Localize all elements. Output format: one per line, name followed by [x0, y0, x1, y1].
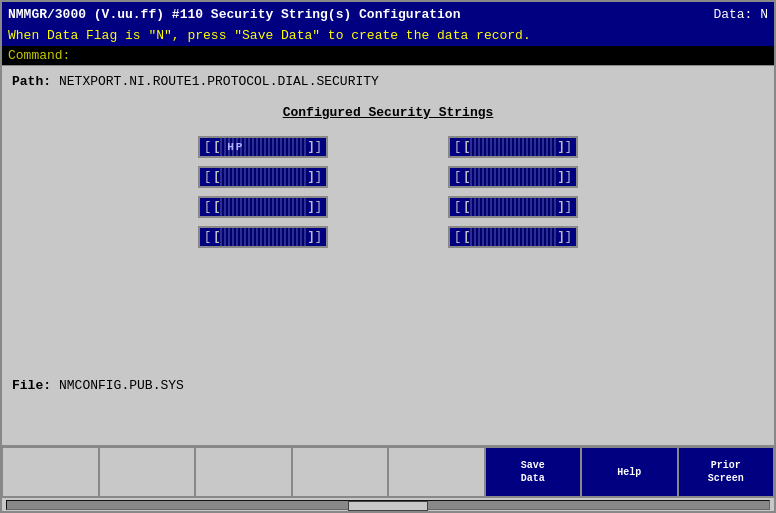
- scrollbar-area: [2, 497, 774, 511]
- info-bar: When Data Flag is "N", press "Save Data"…: [2, 26, 774, 46]
- string-field-r3[interactable]: [ ]: [448, 196, 578, 218]
- fkey-3-label: [240, 466, 246, 479]
- title-bar: NMMGR/3000 (V.uu.ff) #110 Security Strin…: [2, 2, 774, 26]
- string-field-l2[interactable]: [ ]: [198, 166, 328, 188]
- section-title: Configured Security Strings: [2, 105, 774, 120]
- scrollbar-track[interactable]: [6, 500, 770, 510]
- fkey-4[interactable]: [292, 447, 389, 497]
- fkey-save-data-label: SaveData: [521, 459, 545, 485]
- strings-row-1: [ HP ] [ ]: [198, 136, 578, 158]
- title-left: NMMGR/3000 (V.uu.ff) #110 Security Strin…: [8, 7, 460, 22]
- scrollbar-thumb[interactable]: [348, 501, 428, 511]
- file-section: File: NMCONFIG.PUB.SYS: [12, 378, 184, 393]
- data-flag: Data: N: [713, 7, 768, 22]
- string-field-r2[interactable]: [ ]: [448, 166, 578, 188]
- strings-row-3: [ ] [ ]: [198, 196, 578, 218]
- fkey-help[interactable]: Help: [581, 447, 678, 497]
- file-label: File:: [12, 378, 51, 393]
- string-field-r4[interactable]: [ ]: [448, 226, 578, 248]
- string-field-r1[interactable]: [ ]: [448, 136, 578, 158]
- info-message: When Data Flag is "N", press "Save Data"…: [8, 28, 531, 43]
- string-field-l4[interactable]: [ ]: [198, 226, 328, 248]
- fkey-1[interactable]: [2, 447, 99, 497]
- string-field-l1[interactable]: [ HP ]: [198, 136, 328, 158]
- strings-row-2: [ ] [ ]: [198, 166, 578, 188]
- fkey-1-label: [47, 466, 53, 479]
- fkey-4-label: [337, 466, 343, 479]
- fkey-2[interactable]: [99, 447, 196, 497]
- file-value: NMCONFIG.PUB.SYS: [59, 378, 184, 393]
- fkey-prior-screen-label: PriorScreen: [708, 459, 744, 485]
- fkey-save-data[interactable]: SaveData: [485, 447, 582, 497]
- app-container: NMMGR/3000 (V.uu.ff) #110 Security Strin…: [0, 0, 776, 513]
- fkey-5-label: [433, 466, 439, 479]
- path-value: NETXPORT.NI.ROUTE1.PROTOCOL.DIAL.SECURIT…: [59, 74, 379, 89]
- strings-row-4: [ ] [ ]: [198, 226, 578, 248]
- fkey-3[interactable]: [195, 447, 292, 497]
- fkey-help-label: Help: [617, 466, 641, 479]
- path-label: Path:: [12, 74, 51, 89]
- fkey-5[interactable]: [388, 447, 485, 497]
- fkey-prior-screen[interactable]: PriorScreen: [678, 447, 775, 497]
- path-section: Path: NETXPORT.NI.ROUTE1.PROTOCOL.DIAL.S…: [2, 66, 774, 93]
- string-field-l3[interactable]: [ ]: [198, 196, 328, 218]
- function-key-bar: SaveData Help PriorScreen: [2, 445, 774, 497]
- command-bar: Command:: [2, 46, 774, 66]
- strings-grid: [ HP ] [ ] [: [2, 136, 774, 248]
- fkey-2-label: [144, 466, 150, 479]
- command-label: Command:: [8, 48, 70, 63]
- main-content: Path: NETXPORT.NI.ROUTE1.PROTOCOL.DIAL.S…: [2, 66, 774, 445]
